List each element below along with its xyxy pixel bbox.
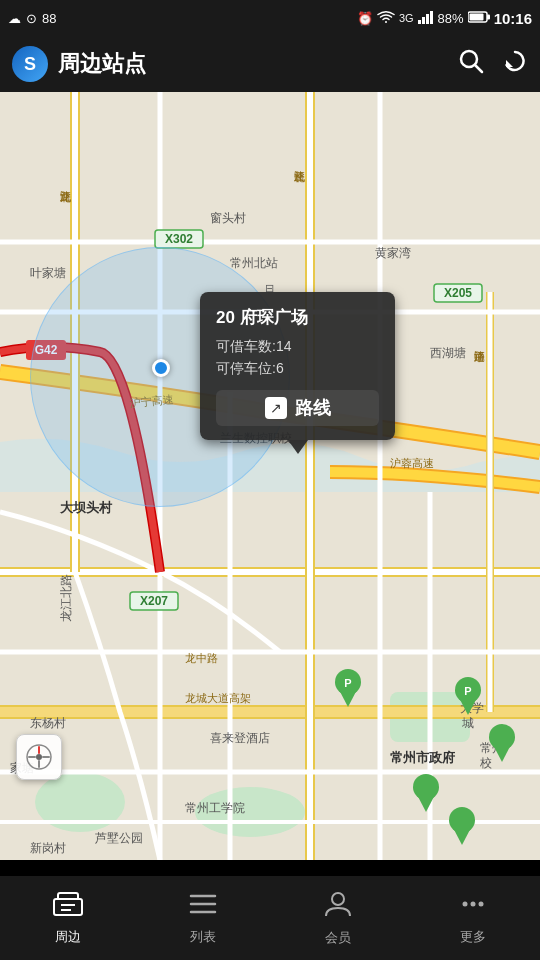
svg-text:X207: X207 xyxy=(140,594,168,608)
svg-text:龙城大道高架: 龙城大道高架 xyxy=(185,692,251,704)
search-icon[interactable] xyxy=(458,48,484,80)
svg-text:芦墅公园: 芦墅公园 xyxy=(95,831,143,845)
svg-text:校: 校 xyxy=(479,756,492,770)
svg-text:常州市政府: 常州市政府 xyxy=(390,750,456,765)
battery-icon xyxy=(468,11,490,26)
map-area[interactable]: X302 X205 X207 G42 叶家塘 窗头村 黄家湾 西湖塘 常州北站 … xyxy=(0,92,540,860)
compass-button[interactable] xyxy=(16,734,62,780)
logo-text: S xyxy=(24,54,36,75)
member-label: 会员 xyxy=(325,929,351,947)
svg-text:龙中路: 龙中路 xyxy=(185,652,218,664)
title-bar: S 周边站点 xyxy=(0,36,540,92)
signal-icon xyxy=(418,10,434,27)
svg-text:X205: X205 xyxy=(444,286,472,300)
status-left-icons: ☁ ⊙ 88 xyxy=(8,11,56,26)
svg-point-95 xyxy=(478,901,483,906)
route-label: 路线 xyxy=(295,396,331,420)
nav-item-nearby[interactable]: 周边 xyxy=(0,891,135,946)
time: 10:16 xyxy=(494,10,532,27)
svg-marker-9 xyxy=(506,60,513,67)
svg-point-93 xyxy=(462,901,467,906)
location-dot xyxy=(152,359,170,377)
battery-percent: 88% xyxy=(438,11,464,26)
page-title: 周边站点 xyxy=(58,49,146,79)
more-label: 更多 xyxy=(460,928,486,946)
svg-text:常州工学院: 常州工学院 xyxy=(185,801,245,815)
svg-text:黄家湾: 黄家湾 xyxy=(375,246,411,260)
popup-title: 20 府琛广场 xyxy=(216,306,379,329)
bottom-nav: 周边 列表 会员 更多 xyxy=(0,876,540,960)
list-label: 列表 xyxy=(190,928,216,946)
nav-item-list[interactable]: 列表 xyxy=(135,891,270,946)
svg-point-94 xyxy=(470,901,475,906)
svg-text:龙江北路: 龙江北路 xyxy=(59,574,73,622)
popup-available-parking: 可停车位:6 xyxy=(216,357,379,379)
svg-rect-1 xyxy=(422,17,425,24)
network-3g: 3G xyxy=(399,12,414,24)
member-icon xyxy=(324,890,352,925)
svg-rect-6 xyxy=(469,13,483,20)
nav-item-more[interactable]: 更多 xyxy=(405,891,540,946)
svg-text:东杨村: 东杨村 xyxy=(30,716,66,730)
more-icon xyxy=(458,891,488,924)
alarm-icon: ⏰ xyxy=(357,11,373,26)
svg-text:城: 城 xyxy=(461,716,474,730)
popup-available-bikes: 可借车数:14 xyxy=(216,335,379,357)
status-bar: ☁ ⊙ 88 ⏰ 3G 88% xyxy=(0,0,540,36)
svg-text:新岗村: 新岗村 xyxy=(30,841,66,855)
station-name: 府琛广场 xyxy=(240,308,308,327)
svg-rect-5 xyxy=(487,14,490,19)
battery-small: 88 xyxy=(42,11,56,26)
svg-line-8 xyxy=(475,65,482,72)
app-logo: S xyxy=(12,46,48,82)
svg-text:X302: X302 xyxy=(165,232,193,246)
status-right-icons: ⏰ 3G 88% 10:16 xyxy=(357,10,532,27)
svg-rect-0 xyxy=(418,20,421,24)
route-button[interactable]: ↗ 路线 xyxy=(216,390,379,426)
location-icon: ⊙ xyxy=(26,11,37,26)
svg-text:窗头村: 窗头村 xyxy=(210,211,246,225)
svg-text:西湖塘: 西湖塘 xyxy=(430,346,466,360)
nearby-icon xyxy=(53,891,83,924)
svg-point-81 xyxy=(36,754,42,760)
list-icon xyxy=(188,891,218,924)
title-left: S 周边站点 xyxy=(12,46,146,82)
svg-rect-2 xyxy=(426,14,429,24)
svg-text:叶家塘: 叶家塘 xyxy=(30,266,66,280)
cloud-icon: ☁ xyxy=(8,11,21,26)
route-arrow-icon: ↗ xyxy=(265,397,287,419)
svg-rect-3 xyxy=(430,11,433,24)
nav-item-member[interactable]: 会员 xyxy=(270,890,405,947)
svg-text:P: P xyxy=(344,677,351,689)
nearby-label: 周边 xyxy=(55,928,81,946)
svg-text:常州北站: 常州北站 xyxy=(230,256,278,270)
station-popup[interactable]: 20 府琛广场 可借车数:14 可停车位:6 ↗ 路线 xyxy=(200,292,395,440)
wifi-icon xyxy=(377,10,395,27)
svg-text:P: P xyxy=(464,685,471,697)
svg-rect-86 xyxy=(54,899,82,915)
title-icons xyxy=(458,48,528,80)
svg-text:大坝头村: 大坝头村 xyxy=(59,500,113,515)
refresh-icon[interactable] xyxy=(502,48,528,80)
svg-text:沪蓉高速: 沪蓉高速 xyxy=(390,457,434,469)
svg-point-92 xyxy=(332,893,344,905)
svg-text:喜来登酒店: 喜来登酒店 xyxy=(210,731,270,745)
station-number: 20 xyxy=(216,308,235,327)
